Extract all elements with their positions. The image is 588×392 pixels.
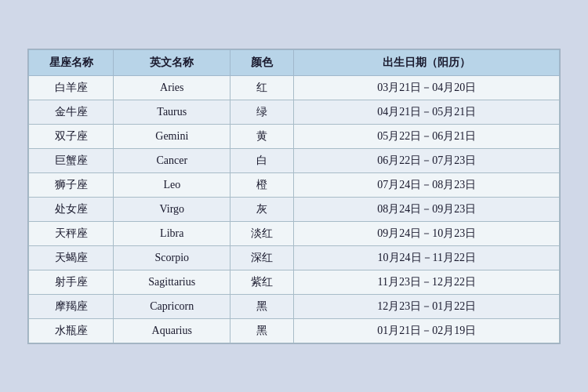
cell-color: 深红: [230, 245, 294, 270]
cell-english: Leo: [114, 172, 230, 197]
cell-chinese: 水瓶座: [29, 318, 114, 343]
cell-color: 红: [230, 75, 294, 100]
cell-color: 黑: [230, 318, 294, 343]
cell-date: 08月24日－09月23日: [294, 197, 560, 221]
cell-date: 03月21日－04月20日: [294, 75, 560, 100]
cell-english: Gemini: [114, 124, 230, 148]
cell-date: 06月22日－07月23日: [294, 148, 560, 172]
header-chinese: 星座名称: [29, 49, 114, 75]
cell-chinese: 双子座: [29, 124, 114, 148]
cell-chinese: 金牛座: [29, 100, 114, 124]
cell-date: 10月24日－11月22日: [294, 245, 560, 270]
zodiac-table-container: 星座名称 英文名称 颜色 出生日期（阳历） 白羊座Aries红03月21日－04…: [27, 49, 561, 344]
cell-date: 04月21日－05月21日: [294, 100, 560, 124]
cell-english: Taurus: [114, 100, 230, 124]
cell-english: Virgo: [114, 197, 230, 221]
cell-english: Aquarius: [114, 318, 230, 343]
cell-chinese: 天蝎座: [29, 245, 114, 270]
table-row: 处女座Virgo灰08月24日－09月23日: [29, 197, 560, 221]
table-row: 巨蟹座Cancer白06月22日－07月23日: [29, 148, 560, 172]
cell-chinese: 白羊座: [29, 75, 114, 100]
cell-english: Aries: [114, 75, 230, 100]
table-row: 金牛座Taurus绿04月21日－05月21日: [29, 100, 560, 124]
header-color: 颜色: [230, 49, 294, 75]
cell-english: Cancer: [114, 148, 230, 172]
cell-date: 12月23日－01月22日: [294, 294, 560, 318]
cell-date: 01月21日－02月19日: [294, 318, 560, 343]
table-header-row: 星座名称 英文名称 颜色 出生日期（阳历）: [29, 49, 560, 75]
table-row: 白羊座Aries红03月21日－04月20日: [29, 75, 560, 100]
table-row: 天蝎座Scorpio深红10月24日－11月22日: [29, 245, 560, 270]
table-row: 摩羯座Capricorn黑12月23日－01月22日: [29, 294, 560, 318]
cell-color: 绿: [230, 100, 294, 124]
cell-color: 灰: [230, 197, 294, 221]
cell-color: 淡红: [230, 221, 294, 245]
header-date: 出生日期（阳历）: [294, 49, 560, 75]
cell-color: 黄: [230, 124, 294, 148]
zodiac-table: 星座名称 英文名称 颜色 出生日期（阳历） 白羊座Aries红03月21日－04…: [28, 49, 560, 343]
cell-date: 07月24日－08月23日: [294, 172, 560, 197]
cell-chinese: 天秤座: [29, 221, 114, 245]
cell-english: Capricorn: [114, 294, 230, 318]
cell-color: 紫红: [230, 270, 294, 294]
cell-color: 黑: [230, 294, 294, 318]
cell-date: 11月23日－12月22日: [294, 270, 560, 294]
cell-color: 橙: [230, 172, 294, 197]
header-english: 英文名称: [114, 49, 230, 75]
cell-date: 05月22日－06月21日: [294, 124, 560, 148]
cell-english: Scorpio: [114, 245, 230, 270]
cell-date: 09月24日－10月23日: [294, 221, 560, 245]
table-row: 天秤座Libra淡红09月24日－10月23日: [29, 221, 560, 245]
cell-color: 白: [230, 148, 294, 172]
cell-chinese: 巨蟹座: [29, 148, 114, 172]
table-row: 水瓶座Aquarius黑01月21日－02月19日: [29, 318, 560, 343]
cell-chinese: 摩羯座: [29, 294, 114, 318]
cell-chinese: 射手座: [29, 270, 114, 294]
table-row: 狮子座Leo橙07月24日－08月23日: [29, 172, 560, 197]
cell-english: Sagittarius: [114, 270, 230, 294]
table-row: 射手座Sagittarius紫红11月23日－12月22日: [29, 270, 560, 294]
cell-chinese: 处女座: [29, 197, 114, 221]
cell-english: Libra: [114, 221, 230, 245]
table-row: 双子座Gemini黄05月22日－06月21日: [29, 124, 560, 148]
cell-chinese: 狮子座: [29, 172, 114, 197]
